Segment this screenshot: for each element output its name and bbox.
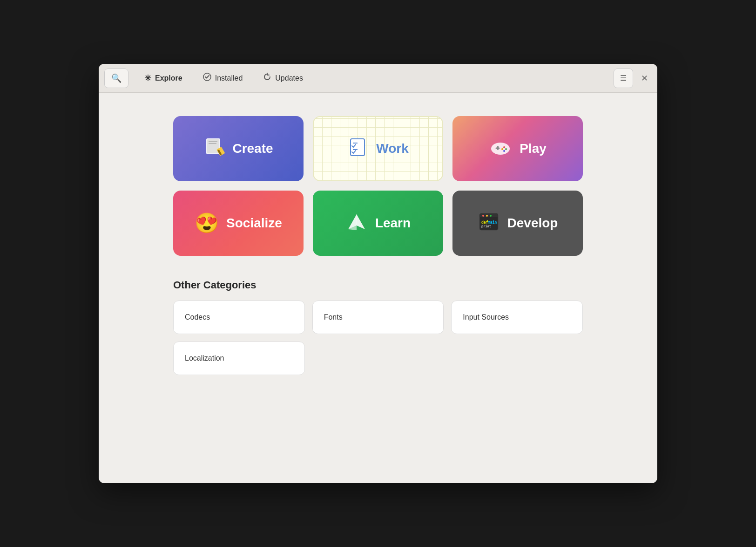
- develop-label: Develop: [507, 216, 558, 231]
- tab-installed[interactable]: Installed: [193, 68, 253, 88]
- svg-point-14: [505, 148, 507, 150]
- svg-point-10: [491, 143, 510, 155]
- other-card-codecs[interactable]: Codecs: [173, 301, 305, 334]
- learn-icon: [345, 211, 368, 236]
- svg-point-16: [501, 148, 503, 150]
- other-card-fonts[interactable]: Fonts: [312, 301, 444, 334]
- category-work[interactable]: Work: [313, 116, 443, 181]
- category-learn[interactable]: Learn: [313, 191, 443, 256]
- tab-bar: ✳ Explore Installed: [134, 68, 374, 88]
- titlebar: 🔍 ✳ Explore Installed: [99, 64, 657, 93]
- menu-button[interactable]: ☰: [614, 68, 633, 88]
- tab-explore-label: Explore: [155, 74, 182, 82]
- other-card-input-sources[interactable]: Input Sources: [451, 301, 583, 334]
- category-play[interactable]: Play: [452, 116, 583, 181]
- other-card-localization[interactable]: Localization: [173, 342, 305, 375]
- fonts-label: Fonts: [324, 313, 343, 321]
- localization-label: Localization: [185, 354, 224, 362]
- create-icon: [203, 137, 225, 161]
- input-sources-label: Input Sources: [463, 313, 509, 321]
- socialize-label: Socialize: [226, 216, 282, 231]
- svg-rect-12: [496, 147, 500, 149]
- main-content: Create Work: [99, 93, 657, 483]
- svg-text:print: print: [481, 225, 491, 228]
- work-icon: [347, 137, 369, 161]
- tab-installed-label: Installed: [215, 74, 243, 82]
- close-button[interactable]: ✕: [637, 71, 652, 86]
- svg-rect-22: [479, 215, 498, 217]
- menu-icon: ☰: [620, 74, 627, 82]
- tab-updates-label: Updates: [275, 74, 303, 82]
- search-button[interactable]: 🔍: [104, 68, 128, 88]
- category-develop[interactable]: def main print Develop: [452, 191, 583, 256]
- svg-point-27: [486, 215, 488, 217]
- work-label: Work: [376, 141, 409, 156]
- tab-updates[interactable]: Updates: [253, 68, 313, 88]
- app-window: 🔍 ✳ Explore Installed: [99, 64, 657, 483]
- play-icon: [489, 136, 512, 162]
- socialize-icon: 😍: [195, 213, 219, 233]
- search-icon: 🔍: [111, 73, 122, 83]
- category-socialize[interactable]: 😍 Socialize: [173, 191, 304, 256]
- svg-point-13: [503, 146, 505, 148]
- explore-icon: ✳: [144, 73, 151, 83]
- category-create[interactable]: Create: [173, 116, 304, 181]
- learn-label: Learn: [375, 216, 411, 231]
- create-label: Create: [232, 141, 273, 156]
- installed-icon: [203, 73, 211, 83]
- develop-icon: def main print: [478, 211, 500, 236]
- updates-icon: [263, 73, 271, 83]
- codecs-label: Codecs: [185, 313, 210, 321]
- svg-point-28: [490, 215, 492, 217]
- other-categories-title: Other Categories: [173, 279, 583, 291]
- other-categories-grid: Codecs Fonts Input Sources Localization: [173, 301, 583, 375]
- play-label: Play: [520, 141, 547, 156]
- svg-point-15: [503, 150, 505, 152]
- close-icon: ✕: [641, 73, 648, 83]
- svg-text:main: main: [488, 220, 497, 225]
- categories-grid: Create Work: [173, 116, 583, 256]
- svg-text:def: def: [481, 220, 488, 225]
- tab-explore[interactable]: ✳ Explore: [134, 68, 193, 88]
- other-categories-section: Other Categories Codecs Fonts Input Sour…: [173, 279, 583, 375]
- svg-point-26: [482, 215, 484, 217]
